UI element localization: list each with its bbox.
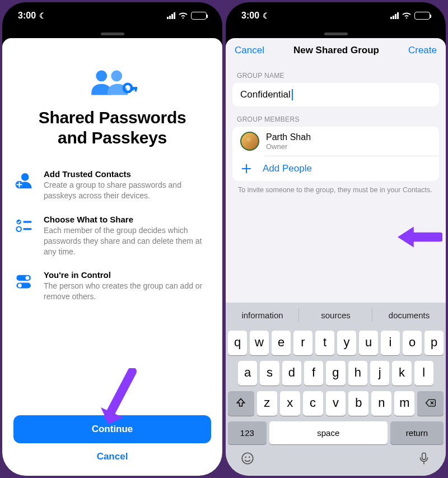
cellular-icon xyxy=(167,12,175,19)
prediction[interactable]: sources xyxy=(299,303,372,327)
nav-title: New Shared Group xyxy=(293,45,379,56)
backspace-key[interactable] xyxy=(417,391,444,416)
sheet-grabber[interactable] xyxy=(226,29,446,38)
shared-passwords-hero-icon xyxy=(13,68,211,98)
plus-icon xyxy=(240,163,253,175)
key-x[interactable]: x xyxy=(280,391,300,416)
key-p[interactable]: p xyxy=(424,331,444,355)
feature-desc: Create a group to share passwords and pa… xyxy=(44,180,211,201)
svg-point-6 xyxy=(21,173,29,181)
group-members-label: GROUP MEMBERS xyxy=(226,106,446,127)
sheet-grabber[interactable] xyxy=(2,29,222,38)
svg-rect-4 xyxy=(134,87,137,91)
numbers-key[interactable]: 123 xyxy=(228,421,267,444)
key-a[interactable]: a xyxy=(238,361,257,386)
wifi-icon xyxy=(179,11,188,21)
prediction[interactable]: information xyxy=(226,303,299,327)
toggles-icon xyxy=(13,270,35,290)
svg-point-1 xyxy=(111,71,122,82)
add-people-button[interactable]: Add People xyxy=(232,156,439,181)
svg-point-18 xyxy=(249,457,250,458)
member-name: Parth Shah xyxy=(266,132,311,142)
cancel-button[interactable]: Cancel xyxy=(235,45,264,56)
avatar xyxy=(240,132,259,151)
battery-icon: 78 xyxy=(414,12,430,20)
status-time: 3:00 xyxy=(18,11,36,21)
intro-sheet: Shared Passwords and Passkeys Add Truste… xyxy=(2,38,222,476)
dictation-key[interactable] xyxy=(417,451,431,468)
key-e[interactable]: e xyxy=(272,331,291,355)
svg-point-16 xyxy=(242,453,253,464)
keyboard: information sources documents q w e r t … xyxy=(226,303,446,476)
member-role: Owner xyxy=(266,142,311,151)
key-k[interactable]: k xyxy=(392,361,411,386)
key-l[interactable]: l xyxy=(414,361,433,386)
checklist-icon xyxy=(13,215,35,235)
key-row-3: z x c v b n m xyxy=(228,391,444,416)
cancel-button[interactable]: Cancel xyxy=(13,443,211,462)
key-c[interactable]: c xyxy=(303,391,323,416)
svg-point-17 xyxy=(245,457,246,458)
key-t[interactable]: t xyxy=(315,331,334,355)
svg-rect-19 xyxy=(422,453,426,460)
new-group-sheet: Cancel New Shared Group Create GROUP NAM… xyxy=(226,38,446,476)
key-s[interactable]: s xyxy=(260,361,279,386)
do-not-disturb-icon: ☾ xyxy=(263,11,270,20)
key-row-4: 123 space return xyxy=(228,421,444,444)
feature-title: You're in Control xyxy=(44,270,211,280)
phone-right: 3:00 ☾ 78 Cancel New Shared Group Create… xyxy=(226,2,446,476)
svg-point-15 xyxy=(18,284,22,288)
emoji-key[interactable] xyxy=(240,451,255,468)
feature-title: Add Trusted Contacts xyxy=(44,169,211,179)
member-row: Parth Shah Owner xyxy=(232,127,439,156)
annotation-arrow xyxy=(396,206,442,268)
key-j[interactable]: j xyxy=(370,361,389,386)
footer-note: To invite someone to the group, they mus… xyxy=(226,181,446,195)
key-n[interactable]: n xyxy=(371,391,391,416)
add-contact-icon xyxy=(13,169,35,189)
key-m[interactable]: m xyxy=(394,391,414,416)
feature-control: You're in Control The person who creates… xyxy=(13,270,211,302)
feature-title: Choose What to Share xyxy=(44,215,211,224)
members-card: Parth Shah Owner Add People xyxy=(232,127,439,181)
text-cursor xyxy=(292,89,293,100)
shift-key[interactable] xyxy=(228,391,254,416)
wifi-icon xyxy=(402,11,411,21)
key-row-2: a s d f g h j k l xyxy=(228,361,444,386)
feature-trusted-contacts: Add Trusted Contacts Create a group to s… xyxy=(13,169,211,201)
keyboard-footer xyxy=(226,447,446,476)
battery-icon: 78 xyxy=(191,12,207,20)
continue-button[interactable]: Continue xyxy=(13,415,211,443)
svg-rect-11 xyxy=(23,228,31,230)
key-b[interactable]: b xyxy=(348,391,368,416)
key-i[interactable]: i xyxy=(381,331,400,355)
feature-choose-share: Choose What to Share Each member of the … xyxy=(13,215,211,257)
key-w[interactable]: w xyxy=(250,331,269,355)
create-button[interactable]: Create xyxy=(408,45,437,56)
key-q[interactable]: q xyxy=(228,331,247,355)
key-u[interactable]: u xyxy=(359,331,378,355)
status-bar: 3:00 ☾ 78 xyxy=(226,2,446,29)
key-z[interactable]: z xyxy=(257,391,277,416)
status-time: 3:00 xyxy=(241,11,259,21)
feature-desc: Each member of the group decides which p… xyxy=(44,225,211,257)
svg-point-10 xyxy=(16,226,21,231)
page-title: Shared Passwords and Passkeys xyxy=(13,108,211,148)
key-d[interactable]: d xyxy=(282,361,301,386)
phone-left: 3:00 ☾ 78 Shared Passwords and Passke xyxy=(2,2,222,476)
space-key[interactable]: space xyxy=(269,421,388,444)
key-h[interactable]: h xyxy=(348,361,367,386)
group-name-field[interactable]: Confidential xyxy=(232,83,439,106)
key-y[interactable]: y xyxy=(337,331,356,355)
return-key[interactable]: return xyxy=(390,421,444,444)
key-g[interactable]: g xyxy=(326,361,345,386)
prediction[interactable]: documents xyxy=(372,303,446,327)
do-not-disturb-icon: ☾ xyxy=(39,11,46,20)
svg-point-13 xyxy=(26,276,30,280)
key-row-1: q w e r t y u i o p xyxy=(228,331,444,355)
key-f[interactable]: f xyxy=(304,361,323,386)
key-v[interactable]: v xyxy=(326,391,346,416)
key-r[interactable]: r xyxy=(293,331,312,355)
add-people-label: Add People xyxy=(263,163,312,174)
key-o[interactable]: o xyxy=(403,331,422,355)
